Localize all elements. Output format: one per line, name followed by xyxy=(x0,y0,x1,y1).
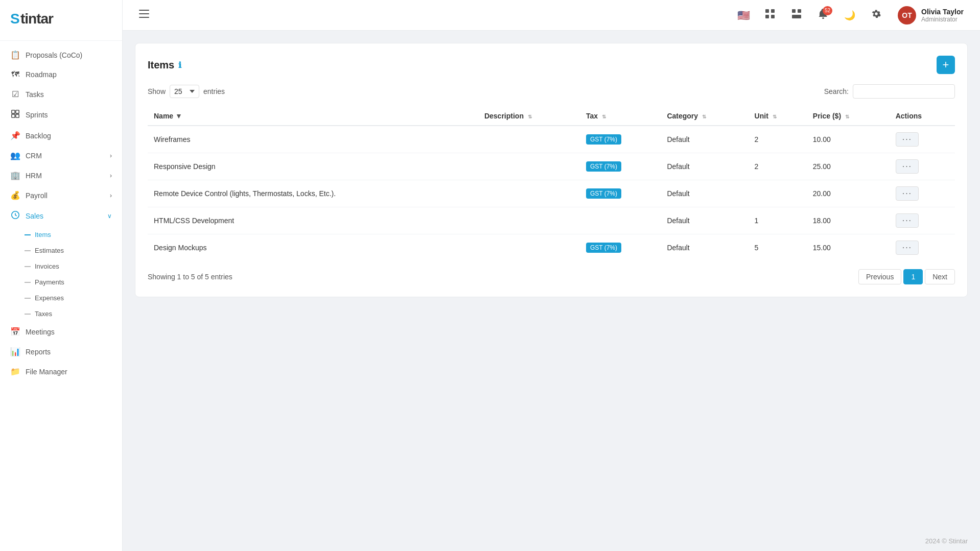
cell-price: 20.00 xyxy=(807,180,890,207)
header-left xyxy=(135,6,153,25)
sidebar-sub-item-estimates[interactable]: Estimates xyxy=(0,243,122,258)
sidebar-sub-item-taxes[interactable]: Taxes xyxy=(0,306,122,322)
sidebar-item-crm[interactable]: 👥 CRM › xyxy=(0,146,122,165)
cell-name: Remote Device Control (lights, Thermosta… xyxy=(148,180,478,207)
cell-price: 10.00 xyxy=(807,126,890,153)
hrm-arrow-icon: › xyxy=(110,172,112,179)
cell-tax: GST (7%) xyxy=(580,234,661,261)
col-category[interactable]: Category ⇅ xyxy=(661,107,748,126)
table-row: Remote Device Control (lights, Thermosta… xyxy=(148,180,955,207)
sidebar-item-proposals[interactable]: 📋 Proposals (CoCo) xyxy=(0,45,122,65)
sub-item-dash xyxy=(25,282,31,283)
cell-name: Wireframes xyxy=(148,126,478,153)
sidebar: S tintar 📋 Proposals (CoCo) 🗺 Roadmap ☑ … xyxy=(0,0,123,551)
next-button[interactable]: Next xyxy=(925,269,955,284)
sidebar-item-backlog[interactable]: 📌 Backlog xyxy=(0,126,122,146)
cell-tax: GST (7%) xyxy=(580,153,661,180)
notifications-button[interactable]: 52 xyxy=(814,6,832,25)
sidebar-sub-item-invoices[interactable]: Invoices xyxy=(0,258,122,274)
sidebar-sub-item-expenses[interactable]: Expenses xyxy=(0,290,122,306)
user-role: Administrator xyxy=(921,16,964,23)
notification-count-badge: 52 xyxy=(823,6,832,15)
language-flag[interactable]: 🇺🇸 xyxy=(734,6,753,25)
cell-category: Default xyxy=(661,207,748,234)
table-row: Responsive DesignGST (7%)Default225.00··… xyxy=(148,153,955,180)
us-flag-icon: 🇺🇸 xyxy=(737,9,750,21)
search-input[interactable] xyxy=(853,84,955,99)
col-price[interactable]: Price ($) ⇅ xyxy=(807,107,890,126)
showing-info: Showing 1 to 5 of 5 entries xyxy=(148,273,232,281)
info-icon[interactable]: ℹ xyxy=(178,60,181,70)
sidebar-sub-item-label: Taxes xyxy=(35,310,52,318)
sidebar-item-tasks[interactable]: ☑ Tasks xyxy=(0,84,122,104)
cell-name: Design Mockups xyxy=(148,234,478,261)
search-label: Search: xyxy=(824,87,849,95)
row-action-button[interactable]: ··· xyxy=(896,213,919,228)
svg-rect-8 xyxy=(139,13,149,14)
sales-arrow-icon: ∨ xyxy=(107,212,112,220)
svg-rect-2 xyxy=(12,110,15,113)
app-logo: S tintar xyxy=(10,9,112,31)
dark-mode-button[interactable]: 🌙 xyxy=(841,6,859,25)
cell-actions: ··· xyxy=(890,180,955,207)
sidebar-item-file-manager[interactable]: 📁 File Manager xyxy=(0,362,122,381)
row-action-button[interactable]: ··· xyxy=(896,159,919,174)
sidebar-sub-item-label: Expenses xyxy=(35,294,64,302)
sidebar-item-meetings[interactable]: 📅 Meetings xyxy=(0,322,122,342)
page-1-button[interactable]: 1 xyxy=(903,269,923,284)
cell-actions: ··· xyxy=(890,126,955,153)
menu-toggle-button[interactable] xyxy=(135,6,153,25)
sidebar-logo: S tintar xyxy=(0,0,122,41)
show-entries-control: Show 10 25 50 100 entries xyxy=(148,85,225,98)
sidebar-item-label: Reports xyxy=(26,348,51,356)
gst-badge: GST (7%) xyxy=(586,188,621,199)
sidebar-item-payroll[interactable]: 💰 Payroll › xyxy=(0,185,122,205)
meetings-icon: 📅 xyxy=(10,327,20,337)
col-actions: Actions xyxy=(890,107,955,126)
split-view-button[interactable] xyxy=(787,6,806,25)
cell-category: Default xyxy=(661,153,748,180)
apps-button[interactable] xyxy=(761,6,779,25)
svg-rect-15 xyxy=(798,9,801,13)
items-card: Items ℹ + Show 10 25 50 100 entries xyxy=(135,43,968,297)
sidebar-item-sprints[interactable]: Sprints xyxy=(0,104,122,126)
row-action-button[interactable]: ··· xyxy=(896,186,919,201)
page-title: Items xyxy=(148,59,174,71)
col-description[interactable]: Description ⇅ xyxy=(478,107,580,126)
sidebar-item-reports[interactable]: 📊 Reports xyxy=(0,342,122,362)
apps-grid-icon xyxy=(765,9,775,21)
gst-badge: GST (7%) xyxy=(586,161,621,172)
previous-button[interactable]: Previous xyxy=(858,269,901,284)
sidebar-item-hrm[interactable]: 🏢 HRM › xyxy=(0,165,122,185)
sort-icon: ⇅ xyxy=(528,114,532,119)
sidebar-sub-item-items[interactable]: Items xyxy=(0,227,122,243)
reports-icon: 📊 xyxy=(10,347,20,356)
show-entries-select[interactable]: 10 25 50 100 xyxy=(170,85,199,98)
settings-button[interactable] xyxy=(867,6,885,25)
pagination-area: Showing 1 to 5 of 5 entries Previous 1 N… xyxy=(148,269,955,284)
row-action-button[interactable]: ··· xyxy=(896,241,919,255)
file-manager-icon: 📁 xyxy=(10,367,20,376)
sidebar-item-sales[interactable]: Sales ∨ xyxy=(0,205,122,227)
sidebar-sub-item-payments[interactable]: Payments xyxy=(0,274,122,290)
items-table: Name ▼ Description ⇅ Tax ⇅ Category xyxy=(148,107,955,261)
col-tax[interactable]: Tax ⇅ xyxy=(580,107,661,126)
sort-icon: ⇅ xyxy=(702,114,706,119)
sidebar-item-roadmap[interactable]: 🗺 Roadmap xyxy=(0,65,122,84)
cell-price: 15.00 xyxy=(807,234,890,261)
table-body: WireframesGST (7%)Default210.00···Respon… xyxy=(148,126,955,261)
col-name[interactable]: Name ▼ xyxy=(148,107,478,126)
svg-rect-4 xyxy=(12,114,15,117)
sort-down-icon: ▼ xyxy=(175,112,182,120)
crm-arrow-icon: › xyxy=(110,152,112,159)
sidebar-item-label: Meetings xyxy=(26,328,55,336)
row-action-button[interactable]: ··· xyxy=(896,132,919,147)
user-info: Olivia Taylor Administrator xyxy=(921,8,964,23)
cell-unit xyxy=(749,180,807,207)
add-item-button[interactable]: + xyxy=(937,56,955,74)
col-unit[interactable]: Unit ⇅ xyxy=(749,107,807,126)
table-controls: Show 10 25 50 100 entries Search: xyxy=(148,84,955,99)
svg-rect-14 xyxy=(792,9,796,13)
cell-tax xyxy=(580,207,661,234)
user-profile-button[interactable]: OT Olivia Taylor Administrator xyxy=(894,4,968,27)
